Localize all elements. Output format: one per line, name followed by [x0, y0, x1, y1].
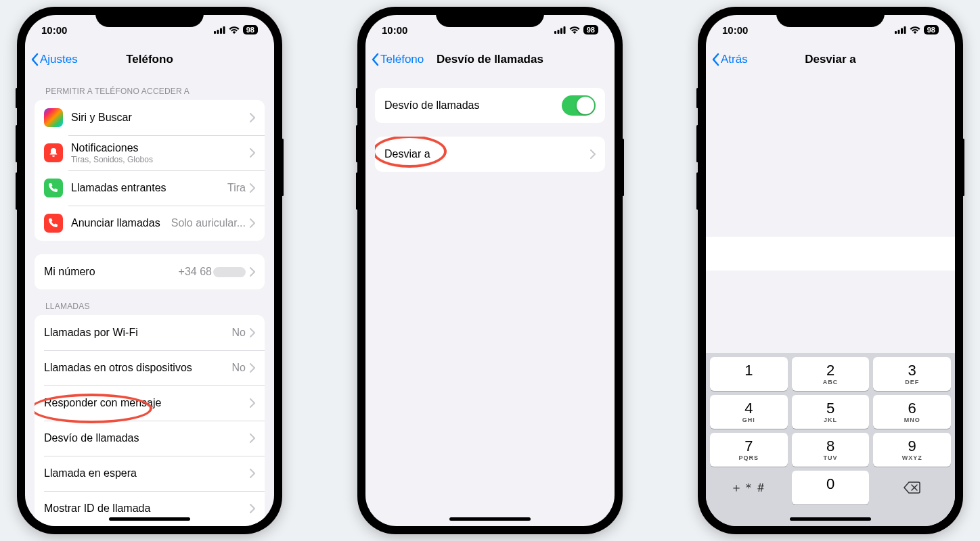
nav-bar: Ajustes Teléfono [25, 45, 274, 74]
back-button[interactable]: Ajustes [30, 53, 78, 66]
key-1[interactable]: 1 [710, 357, 788, 391]
chevron-right-icon [250, 218, 255, 228]
row-call-waiting[interactable]: Llamada en espera [35, 456, 265, 491]
siri-icon [44, 108, 63, 127]
key-0[interactable]: 0 [792, 471, 870, 504]
group-my-number: Mi número +34 68 [35, 254, 265, 289]
row-label: Anunciar llamadas [71, 217, 171, 229]
home-indicator[interactable] [109, 517, 190, 521]
chevron-right-icon [250, 398, 255, 408]
home-indicator[interactable] [790, 517, 871, 521]
chevron-right-icon [250, 267, 255, 277]
key-9[interactable]: 9WXYZ [873, 433, 951, 467]
power-button[interactable] [622, 139, 624, 196]
phone-icon [44, 179, 63, 197]
row-forward-to[interactable]: Desviar a [375, 137, 605, 172]
key-symbols[interactable]: ＋＊＃ [710, 471, 788, 504]
row-wifi-calling[interactable]: Llamadas por Wi-Fi No [35, 315, 265, 350]
wifi-icon [910, 26, 920, 34]
phone-settings-telefono: 10:00 98 Ajustes Teléfono PERMITIR A TEL… [17, 7, 282, 534]
row-siri[interactable]: Siri y Buscar [35, 100, 265, 135]
row-label: Llamada en espera [44, 467, 250, 479]
back-button[interactable]: Teléfono [371, 53, 424, 66]
chevron-right-icon [590, 149, 596, 159]
mute-switch[interactable] [356, 88, 358, 108]
row-value: No [232, 362, 246, 374]
row-my-number[interactable]: Mi número +34 68 [35, 254, 265, 289]
status-time: 10:00 [41, 24, 67, 36]
section-header-access: PERMITIR A TELÉFONO ACCEDER A [25, 74, 274, 100]
status-time: 10:00 [382, 24, 407, 36]
key-8[interactable]: 8TUV [792, 433, 870, 467]
chevron-left-icon [371, 53, 379, 66]
row-label: Llamadas entrantes [71, 182, 227, 194]
row-notifications[interactable]: Notificaciones Tiras, Sonidos, Globos [35, 135, 265, 170]
row-label: Desvío de llamadas [44, 432, 250, 444]
section-header-calls: LLAMADAS [25, 289, 274, 315]
home-indicator[interactable] [449, 517, 531, 521]
key-5[interactable]: 5JKL [792, 395, 870, 429]
status-bar: 10:00 98 [365, 15, 615, 45]
back-label: Atrás [721, 53, 748, 66]
volume-up[interactable] [356, 125, 358, 162]
cellular-icon [554, 26, 566, 34]
volume-up[interactable] [696, 125, 698, 162]
row-value: +34 68 [179, 266, 246, 278]
power-button[interactable] [962, 139, 964, 196]
wifi-icon [229, 26, 240, 34]
svg-rect-4 [554, 31, 556, 34]
key-2[interactable]: 2ABC [792, 357, 870, 391]
svg-rect-0 [214, 31, 216, 34]
battery-icon: 98 [583, 25, 598, 34]
cellular-icon [895, 26, 906, 34]
row-call-forwarding[interactable]: Desvío de llamadas [35, 421, 265, 456]
svg-rect-6 [560, 28, 562, 34]
row-announce-calls[interactable]: Anunciar llamadas Solo auricular... [35, 206, 265, 241]
row-label: Desviar a [384, 148, 590, 160]
number-input[interactable] [706, 237, 955, 270]
battery-icon: 98 [924, 25, 939, 34]
row-label: Mi número [44, 266, 179, 278]
key-backspace[interactable] [873, 471, 951, 504]
back-button[interactable]: Atrás [711, 53, 748, 66]
volume-down[interactable] [356, 172, 358, 210]
row-incoming-calls[interactable]: Llamadas entrantes Tira [35, 170, 265, 206]
announce-icon [44, 214, 63, 233]
row-label: Llamadas en otros dispositivos [44, 362, 232, 374]
chevron-right-icon [250, 363, 255, 373]
back-label: Teléfono [380, 53, 424, 66]
mute-switch[interactable] [696, 88, 698, 108]
row-respond-with-message[interactable]: Responder con mensaje [35, 385, 265, 421]
volume-up[interactable] [16, 125, 18, 162]
row-caller-id[interactable]: Mostrar ID de llamada [35, 491, 265, 526]
row-other-devices[interactable]: Llamadas en otros dispositivos No [35, 350, 265, 385]
backspace-icon [904, 481, 921, 494]
row-value: Tira [227, 182, 246, 194]
row-label: Responder con mensaje [44, 397, 250, 409]
bell-icon [44, 143, 63, 162]
key-7[interactable]: 7PQRS [710, 433, 788, 467]
chevron-right-icon [250, 504, 255, 513]
cellular-icon [214, 26, 225, 34]
group-access: Siri y Buscar Notificaciones Tiras, Soni… [35, 100, 265, 241]
svg-rect-7 [563, 26, 565, 34]
row-label: Notificaciones [71, 142, 250, 154]
svg-rect-11 [904, 26, 906, 34]
row-forwarding-toggle[interactable]: Desvío de llamadas [375, 88, 605, 123]
chevron-right-icon [250, 328, 255, 337]
phone-call-forwarding: 10:00 98 Teléfono Desvío de llamadas Des… [357, 7, 623, 534]
power-button[interactable] [282, 139, 284, 196]
battery-icon: 98 [243, 25, 258, 34]
row-label: Desvío de llamadas [384, 99, 562, 112]
svg-rect-9 [897, 30, 899, 34]
row-subtitle: Tiras, Sonidos, Globos [71, 155, 250, 164]
mute-switch[interactable] [16, 88, 18, 108]
key-3[interactable]: 3DEF [873, 357, 951, 391]
key-4[interactable]: 4GHI [710, 395, 788, 429]
status-time: 10:00 [722, 24, 748, 36]
volume-down[interactable] [696, 172, 698, 210]
toggle-switch[interactable] [562, 95, 596, 116]
key-6[interactable]: 6MNO [873, 395, 951, 429]
svg-rect-5 [557, 30, 559, 34]
volume-down[interactable] [16, 172, 18, 210]
